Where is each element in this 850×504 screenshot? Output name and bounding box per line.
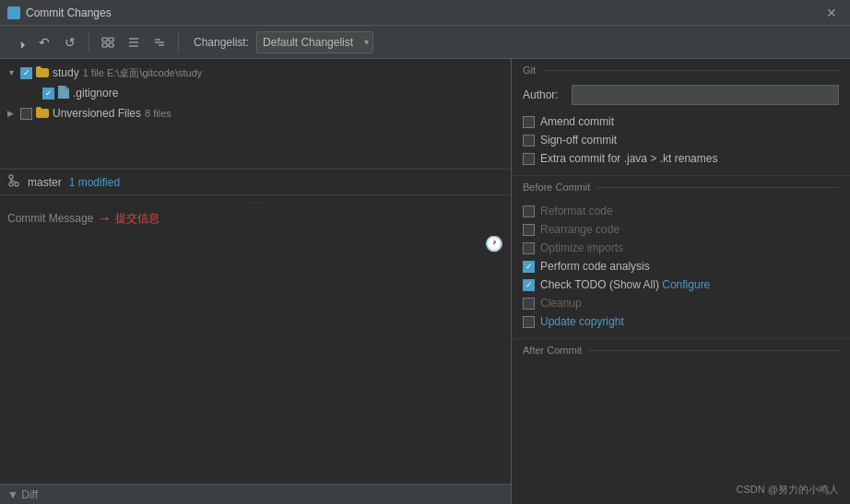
tree-item-study[interactable]: ▼ ✓ study 1 file E:\桌面\gitcode\study: [0, 63, 511, 83]
checkbox-label-extra: Extra commit for .java > .kt renames: [540, 152, 717, 165]
checkbox-row-copyright[interactable]: Update copyright: [523, 312, 839, 331]
tree-item-unversioned[interactable]: ▶ Unversioned Files 8 files: [0, 103, 511, 123]
checkbox-row-analysis[interactable]: ✓ Perform code analysis: [523, 257, 839, 275]
changelist-label: Changelist:: [194, 36, 249, 49]
checkbox-label-analysis: Perform code analysis: [540, 260, 650, 273]
diff-options-button[interactable]: [148, 31, 171, 53]
toolbar: ↶ ↺ Changelist: Default Changelist: [0, 26, 850, 59]
tree-item-gitignore[interactable]: ✓ .gitignore: [0, 83, 511, 103]
diff-label: ▼ Diff: [7, 488, 38, 501]
after-commit-label: After Commit: [523, 345, 582, 356]
checkbox-copyright[interactable]: [523, 316, 535, 328]
diff-resize[interactable]: ......: [38, 490, 503, 498]
checkbox-row-amend[interactable]: Amend commit: [523, 112, 839, 131]
file-icon-gitignore: [58, 86, 69, 101]
checkbox-todo[interactable]: ✓: [523, 279, 535, 291]
changelist-select[interactable]: Default Changelist: [256, 31, 373, 53]
separator-1: [89, 33, 89, 52]
diff-bar: ▼ Diff ......: [0, 484, 511, 504]
author-label: Author:: [523, 88, 564, 101]
svg-point-13: [15, 182, 18, 186]
expand-all-button[interactable]: [123, 31, 145, 53]
commit-message-label: Commit Message: [7, 212, 93, 225]
checkbox-signoff[interactable]: [523, 135, 535, 147]
tree-sublabel-unversioned: 8 files: [145, 108, 171, 119]
svg-rect-3: [102, 43, 107, 47]
changelist-wrapper: Default Changelist: [256, 31, 373, 53]
checkbox-label-optimize: Optimize imports: [540, 241, 623, 254]
tree-label-study: study: [53, 66, 79, 79]
window-title: Commit Changes: [26, 6, 112, 19]
after-commit-header: After Commit: [512, 339, 850, 357]
commit-message-header: Commit Message → 提交信息: [0, 205, 511, 231]
checkbox-optimize[interactable]: [523, 242, 535, 254]
checkbox-reformat[interactable]: [523, 205, 535, 217]
close-button[interactable]: ✕: [820, 4, 843, 22]
title-bar: Commit Changes ✕: [0, 0, 850, 26]
tree-arrow-unversioned: ▶: [7, 109, 18, 118]
checkbox-label-signoff: Sign-off commit: [540, 134, 617, 147]
title-bar-left: Commit Changes: [7, 6, 112, 19]
tree-checkbox-unversioned[interactable]: [20, 108, 32, 120]
refresh-button[interactable]: ↺: [59, 31, 81, 53]
branch-name: master: [28, 176, 62, 189]
before-commit-label: Before Commit: [523, 182, 590, 193]
commit-message-arrow: →: [97, 210, 112, 227]
checkbox-row-reformat[interactable]: Reformat code: [523, 202, 839, 220]
svg-rect-4: [109, 43, 113, 47]
checkbox-row-todo[interactable]: ✓ Check TODO (Show All) Configure: [523, 275, 839, 294]
tree-label-unversioned: Unversioned Files: [53, 107, 141, 120]
git-label: Git: [523, 64, 536, 76]
tree-sublabel-study: 1 file E:\桌面\gitcode\study: [83, 66, 203, 80]
checkbox-analysis[interactable]: ✓: [523, 261, 535, 273]
author-row: Author:: [523, 85, 839, 105]
commit-message-hint: 提交信息: [115, 211, 159, 227]
move-changelist-button[interactable]: [7, 31, 30, 53]
tree-arrow-study: ▼: [7, 68, 18, 77]
svg-point-11: [9, 175, 13, 179]
checkbox-rearrange[interactable]: [523, 224, 535, 236]
main-content: ▼ ✓ study 1 file E:\桌面\gitcode\study ✓: [0, 59, 850, 504]
tree-checkbox-gitignore[interactable]: ✓: [42, 88, 54, 100]
separator-2: [178, 33, 179, 52]
svg-rect-2: [109, 38, 113, 41]
before-commit-section: Reformat code Rearrange code Optimize im…: [512, 194, 850, 339]
configure-link[interactable]: Configure: [662, 278, 710, 291]
folder-icon-study: [36, 66, 49, 80]
resize-handle-top[interactable]: ......: [0, 195, 511, 205]
tree-checkbox-study[interactable]: ✓: [20, 67, 32, 79]
author-input[interactable]: [572, 85, 839, 105]
checkbox-amend[interactable]: [523, 116, 535, 128]
checkbox-row-extra[interactable]: Extra commit for .java > .kt renames: [523, 149, 839, 168]
left-panel: ▼ ✓ study 1 file E:\桌面\gitcode\study ✓: [0, 59, 512, 504]
git-section-header: Git: [512, 59, 850, 77]
checkbox-label-todo: Check TODO (Show All) Configure: [540, 278, 710, 291]
checkbox-row-cleanup[interactable]: Cleanup: [523, 294, 839, 312]
folder-icon-unversioned: [36, 107, 49, 121]
right-panel: Git Author: Amend commit Sign-of: [512, 59, 850, 504]
git-options-section: Author: Amend commit Sign-off commit Ext…: [512, 77, 850, 176]
checkbox-row-optimize[interactable]: Optimize imports: [523, 239, 839, 257]
group-by-button[interactable]: [97, 31, 119, 53]
tree-label-gitignore: .gitignore: [73, 87, 118, 100]
branch-modified[interactable]: 1 modified: [69, 176, 120, 189]
watermark: CSDN @努力的小鸣人: [737, 483, 839, 497]
branch-bar: master 1 modified: [0, 170, 511, 195]
before-commit-header: Before Commit: [512, 176, 850, 194]
commit-textarea[interactable]: [0, 231, 511, 484]
checkbox-cleanup[interactable]: [523, 298, 535, 310]
checkbox-label-reformat: Reformat code: [540, 205, 613, 217]
checkbox-label-amend: Amend commit: [540, 115, 614, 128]
checkbox-row-rearrange[interactable]: Rearrange code: [523, 220, 839, 239]
undo-button[interactable]: ↶: [33, 31, 55, 53]
app-icon: [7, 6, 20, 19]
clock-icon[interactable]: 🕐: [485, 235, 503, 252]
branch-icon: [7, 174, 20, 190]
checkbox-extra[interactable]: [523, 153, 535, 165]
file-tree: ▼ ✓ study 1 file E:\桌面\gitcode\study ✓: [0, 59, 511, 170]
checkbox-label-copyright: Update copyright: [540, 315, 624, 328]
checkbox-label-rearrange: Rearrange code: [540, 223, 620, 236]
checkbox-label-cleanup: Cleanup: [540, 297, 582, 310]
right-panel-inner: Git Author: Amend commit Sign-of: [512, 59, 850, 504]
checkbox-row-signoff[interactable]: Sign-off commit: [523, 131, 839, 149]
